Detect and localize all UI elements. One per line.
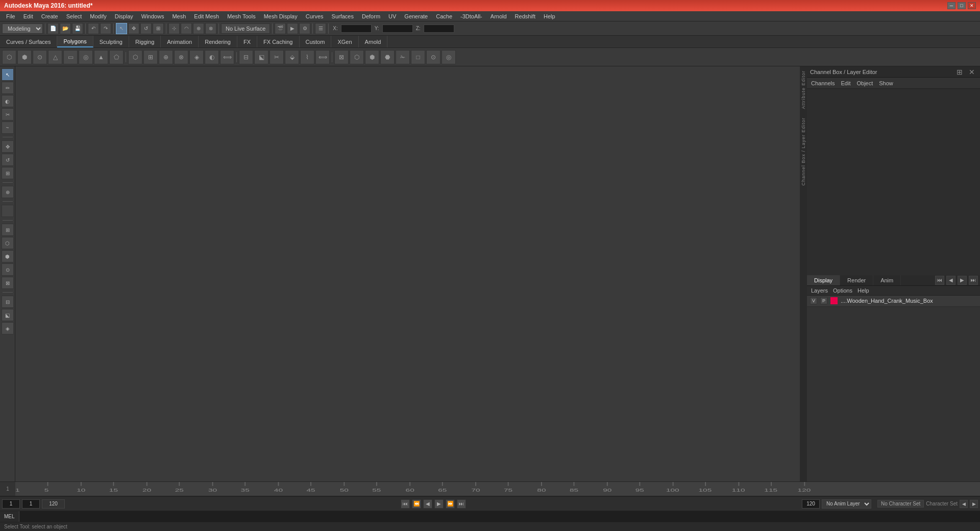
shelf-cone[interactable]: △: [48, 50, 62, 64]
menu-item-file[interactable]: File: [2, 12, 19, 20]
tool11[interactable]: ◈: [2, 322, 14, 334]
obj-display[interactable]: ⬡: [2, 237, 14, 249]
current-frame-input[interactable]: [22, 499, 40, 509]
mel-label[interactable]: MEL: [0, 511, 19, 522]
tool10[interactable]: ⬕: [2, 309, 14, 321]
anim-layer-select[interactable]: No Anim Layer: [822, 499, 871, 509]
menu-item-editmesh[interactable]: Edit Mesh: [190, 12, 223, 20]
tab-custom[interactable]: Custom: [300, 36, 332, 47]
new-file-btn[interactable]: 📄: [47, 23, 59, 34]
shelf-cylindrical[interactable]: ⊙: [426, 50, 440, 64]
transport-prev[interactable]: ⏮: [935, 276, 944, 285]
shelf-plane[interactable]: ▭: [63, 50, 78, 64]
snap-proj-btn[interactable]: ⊗: [205, 23, 216, 34]
menu-item-redshift[interactable]: Redshift: [511, 12, 540, 20]
minimize-button[interactable]: ─: [947, 2, 955, 9]
workspace-dropdown[interactable]: Modeling: [2, 23, 43, 34]
tab-curves-surfaces[interactable]: Curves / Surfaces: [0, 36, 57, 47]
no-live-surface[interactable]: No Live Surface: [221, 23, 270, 34]
shelf-slide[interactable]: ⟺: [315, 50, 330, 64]
save-btn[interactable]: 💾: [72, 23, 83, 34]
shelf-combine[interactable]: ⊗: [174, 50, 188, 64]
layer-vis-btn[interactable]: V: [810, 297, 817, 304]
shelf-prism[interactable]: ▲: [94, 50, 108, 64]
layers-opt[interactable]: Layers: [811, 287, 828, 294]
tab-anim[interactable]: Anim: [873, 275, 901, 285]
menu-item-mesh[interactable]: Mesh: [168, 12, 190, 20]
go-start-btn[interactable]: ⏮: [401, 499, 410, 509]
snap-curve-btn[interactable]: ◠: [181, 23, 192, 34]
menu-item-select[interactable]: Select: [62, 12, 86, 20]
tab-polygons[interactable]: Polygons: [57, 36, 93, 47]
shelf-layout[interactable]: ⬣: [380, 50, 395, 64]
y-input[interactable]: [382, 25, 413, 33]
char-set-btn1[interactable]: ◀: [960, 500, 968, 508]
play-fwd-btn[interactable]: ▶: [434, 499, 444, 509]
rotate-btn[interactable]: ↺: [140, 23, 152, 34]
char-set-btn2[interactable]: ▶: [970, 500, 978, 508]
z-input[interactable]: [424, 25, 454, 33]
close-panel-btn[interactable]: ✕: [967, 68, 977, 76]
shelf-uvs[interactable]: ⬡: [350, 50, 364, 64]
transport-prev-key[interactable]: ◀: [946, 276, 955, 285]
transport-next-key[interactable]: ▶: [958, 276, 967, 285]
rotate-tool[interactable]: ↺: [2, 154, 14, 166]
cb-tab-show[interactable]: Show: [879, 80, 893, 86]
snap-point-btn[interactable]: ⊕: [193, 23, 204, 34]
menu-item-arnold[interactable]: Arnold: [486, 12, 511, 20]
options-opt[interactable]: Options: [833, 287, 852, 294]
go-end-btn[interactable]: ⏭: [457, 499, 466, 509]
play-back-btn[interactable]: ◀: [423, 499, 432, 509]
timeline[interactable]: 1 1 5 10 15 20 25: [0, 482, 980, 496]
open-btn[interactable]: 📂: [60, 23, 71, 34]
move-tool[interactable]: ✥: [2, 140, 14, 153]
help-opt[interactable]: Help: [857, 287, 869, 294]
menu-item-edit[interactable]: Edit: [19, 12, 37, 20]
cb-tab-channels[interactable]: Channels: [811, 80, 835, 86]
tab-sculpting[interactable]: Sculpting: [93, 36, 129, 47]
tab-fxcaching[interactable]: FX Caching: [257, 36, 299, 47]
menu-item-dtoall[interactable]: -3DtoAll-: [456, 12, 486, 20]
snap-tool[interactable]: ⊕: [2, 186, 14, 198]
timeline-ruler[interactable]: 1 5 10 15 20 25 30 35 40: [15, 482, 980, 496]
smooth-tool[interactable]: ~: [2, 122, 14, 134]
close-button[interactable]: ✕: [968, 2, 976, 9]
layer-playback-btn[interactable]: P: [820, 297, 827, 304]
attr-editor-label[interactable]: Attribute Editor: [800, 66, 806, 113]
menu-item-display[interactable]: Display: [111, 12, 137, 20]
next-frame-btn[interactable]: ⏩: [446, 499, 455, 509]
shelf-unfold[interactable]: ⬢: [365, 50, 379, 64]
color-tool[interactable]: [2, 205, 14, 217]
menu-item-deform[interactable]: Deform: [358, 12, 384, 20]
cut-tool[interactable]: ✂: [2, 108, 14, 120]
menu-item-uv[interactable]: UV: [384, 12, 400, 20]
cb-tab-edit[interactable]: Edit: [841, 80, 850, 86]
show-ui-btn[interactable]: ☰: [315, 23, 326, 34]
tab-arnold[interactable]: Arnold: [359, 36, 388, 47]
paint-tool[interactable]: ✏: [2, 82, 14, 94]
playback-speed[interactable]: [802, 499, 820, 509]
move-btn[interactable]: ✥: [128, 23, 139, 34]
prev-frame-btn[interactable]: ⏪: [412, 499, 421, 509]
menu-item-meshtools[interactable]: Mesh Tools: [223, 12, 259, 20]
scale-tool[interactable]: ⊞: [2, 167, 14, 179]
shelf-extrude[interactable]: ⬡: [128, 50, 142, 64]
shelf-target-weld[interactable]: ⬙: [285, 50, 299, 64]
range-end-display[interactable]: [42, 499, 65, 509]
shelf-crease[interactable]: ⌇: [300, 50, 314, 64]
menu-item-curves[interactable]: Curves: [302, 12, 328, 20]
tab-render[interactable]: Render: [840, 275, 873, 285]
uv-display[interactable]: ⊠: [2, 277, 14, 289]
shelf-spherical[interactable]: ◎: [442, 50, 456, 64]
maximize-button[interactable]: □: [958, 2, 966, 9]
menu-item-create[interactable]: Create: [37, 12, 62, 20]
select-btn[interactable]: ↖: [116, 23, 127, 34]
poly-display[interactable]: ⬢: [2, 250, 14, 262]
shelf-separate[interactable]: ◈: [189, 50, 204, 64]
shelf-smooth[interactable]: ◐: [205, 50, 219, 64]
tab-rigging[interactable]: Rigging: [129, 36, 161, 47]
tab-animation[interactable]: Animation: [161, 36, 199, 47]
tab-display[interactable]: Display: [807, 275, 840, 285]
shelf-cut-sew[interactable]: ✁: [396, 50, 410, 64]
shelf-booleans[interactable]: ⊕: [159, 50, 173, 64]
